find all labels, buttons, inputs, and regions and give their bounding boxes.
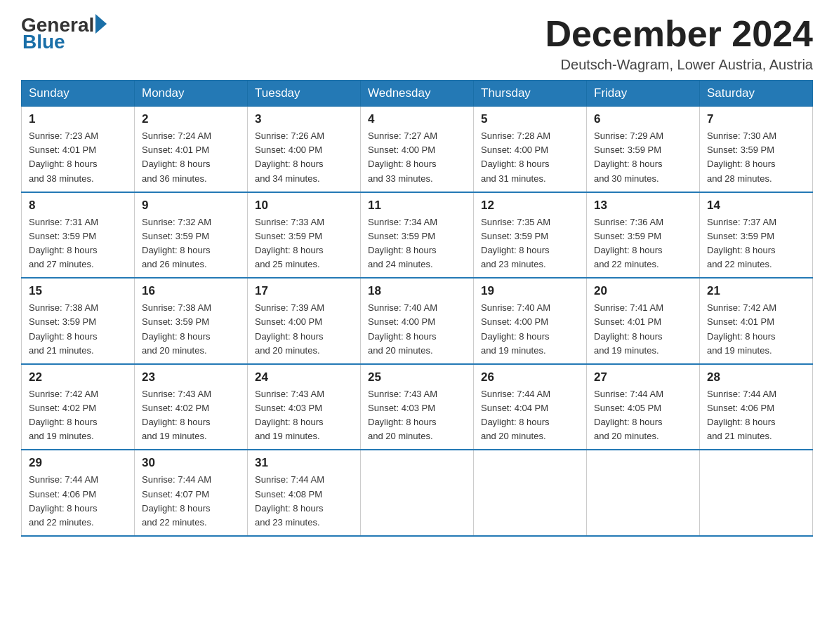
day-number: 2 <box>142 112 240 126</box>
day-number: 14 <box>707 199 805 213</box>
day-number: 12 <box>481 199 579 213</box>
day-number: 23 <box>142 370 240 384</box>
day-info: Sunrise: 7:26 AMSunset: 4:00 PMDaylight:… <box>255 129 353 186</box>
day-cell: 16Sunrise: 7:38 AMSunset: 3:59 PMDayligh… <box>135 278 248 364</box>
day-cell: 19Sunrise: 7:40 AMSunset: 4:00 PMDayligh… <box>474 278 587 364</box>
day-cell: 27Sunrise: 7:44 AMSunset: 4:05 PMDayligh… <box>587 364 700 450</box>
day-cell: 17Sunrise: 7:39 AMSunset: 4:00 PMDayligh… <box>248 278 361 364</box>
day-number: 16 <box>142 284 240 298</box>
day-number: 1 <box>29 112 127 126</box>
day-number: 27 <box>594 370 692 384</box>
day-number: 26 <box>481 370 579 384</box>
day-cell: 29Sunrise: 7:44 AMSunset: 4:06 PMDayligh… <box>22 450 135 536</box>
day-info: Sunrise: 7:43 AMSunset: 4:03 PMDaylight:… <box>368 387 466 444</box>
day-info: Sunrise: 7:43 AMSunset: 4:02 PMDaylight:… <box>142 387 240 444</box>
day-info: Sunrise: 7:40 AMSunset: 4:00 PMDaylight:… <box>481 301 579 358</box>
day-number: 20 <box>594 284 692 298</box>
weekday-header-friday: Friday <box>587 81 700 107</box>
day-cell: 5Sunrise: 7:28 AMSunset: 4:00 PMDaylight… <box>474 107 587 192</box>
day-info: Sunrise: 7:31 AMSunset: 3:59 PMDaylight:… <box>29 215 127 272</box>
day-cell: 18Sunrise: 7:40 AMSunset: 4:00 PMDayligh… <box>361 278 474 364</box>
day-cell: 11Sunrise: 7:34 AMSunset: 3:59 PMDayligh… <box>361 192 474 279</box>
day-info: Sunrise: 7:33 AMSunset: 3:59 PMDaylight:… <box>255 215 353 272</box>
day-number: 28 <box>707 370 805 384</box>
week-row-2: 8Sunrise: 7:31 AMSunset: 3:59 PMDaylight… <box>22 192 813 279</box>
day-cell: 25Sunrise: 7:43 AMSunset: 4:03 PMDayligh… <box>361 364 474 450</box>
day-number: 24 <box>255 370 353 384</box>
day-cell: 13Sunrise: 7:36 AMSunset: 3:59 PMDayligh… <box>587 192 700 279</box>
day-cell: 12Sunrise: 7:35 AMSunset: 3:59 PMDayligh… <box>474 192 587 279</box>
day-info: Sunrise: 7:32 AMSunset: 3:59 PMDaylight:… <box>142 215 240 272</box>
day-info: Sunrise: 7:38 AMSunset: 3:59 PMDaylight:… <box>142 301 240 358</box>
day-number: 11 <box>368 199 466 213</box>
weekday-header-row: SundayMondayTuesdayWednesdayThursdayFrid… <box>22 81 813 107</box>
day-cell: 7Sunrise: 7:30 AMSunset: 3:59 PMDaylight… <box>700 107 813 192</box>
day-cell <box>474 450 587 536</box>
day-info: Sunrise: 7:42 AMSunset: 4:01 PMDaylight:… <box>707 301 805 358</box>
day-info: Sunrise: 7:24 AMSunset: 4:01 PMDaylight:… <box>142 129 240 186</box>
day-cell: 24Sunrise: 7:43 AMSunset: 4:03 PMDayligh… <box>248 364 361 450</box>
week-row-5: 29Sunrise: 7:44 AMSunset: 4:06 PMDayligh… <box>22 450 813 536</box>
day-cell: 6Sunrise: 7:29 AMSunset: 3:59 PMDaylight… <box>587 107 700 192</box>
day-number: 17 <box>255 284 353 298</box>
location-title: Deutsch-Wagram, Lower Austria, Austria <box>545 57 813 73</box>
day-info: Sunrise: 7:27 AMSunset: 4:00 PMDaylight:… <box>368 129 466 186</box>
weekday-header-sunday: Sunday <box>22 81 135 107</box>
day-cell <box>361 450 474 536</box>
weekday-header-monday: Monday <box>135 81 248 107</box>
week-row-3: 15Sunrise: 7:38 AMSunset: 3:59 PMDayligh… <box>22 278 813 364</box>
day-number: 21 <box>707 284 805 298</box>
day-info: Sunrise: 7:23 AMSunset: 4:01 PMDaylight:… <box>29 129 127 186</box>
week-row-4: 22Sunrise: 7:42 AMSunset: 4:02 PMDayligh… <box>22 364 813 450</box>
day-info: Sunrise: 7:28 AMSunset: 4:00 PMDaylight:… <box>481 129 579 186</box>
day-info: Sunrise: 7:44 AMSunset: 4:04 PMDaylight:… <box>481 387 579 444</box>
day-info: Sunrise: 7:34 AMSunset: 3:59 PMDaylight:… <box>368 215 466 272</box>
day-cell: 14Sunrise: 7:37 AMSunset: 3:59 PMDayligh… <box>700 192 813 279</box>
week-row-1: 1Sunrise: 7:23 AMSunset: 4:01 PMDaylight… <box>22 107 813 192</box>
day-info: Sunrise: 7:39 AMSunset: 4:00 PMDaylight:… <box>255 301 353 358</box>
day-cell: 9Sunrise: 7:32 AMSunset: 3:59 PMDaylight… <box>135 192 248 279</box>
day-info: Sunrise: 7:40 AMSunset: 4:00 PMDaylight:… <box>368 301 466 358</box>
day-info: Sunrise: 7:44 AMSunset: 4:07 PMDaylight:… <box>142 473 240 530</box>
day-cell <box>700 450 813 536</box>
day-cell: 10Sunrise: 7:33 AMSunset: 3:59 PMDayligh… <box>248 192 361 279</box>
day-info: Sunrise: 7:38 AMSunset: 3:59 PMDaylight:… <box>29 301 127 358</box>
day-cell: 3Sunrise: 7:26 AMSunset: 4:00 PMDaylight… <box>248 107 361 192</box>
day-cell: 30Sunrise: 7:44 AMSunset: 4:07 PMDayligh… <box>135 450 248 536</box>
day-cell: 26Sunrise: 7:44 AMSunset: 4:04 PMDayligh… <box>474 364 587 450</box>
day-info: Sunrise: 7:44 AMSunset: 4:06 PMDaylight:… <box>29 473 127 530</box>
day-info: Sunrise: 7:37 AMSunset: 3:59 PMDaylight:… <box>707 215 805 272</box>
day-cell: 1Sunrise: 7:23 AMSunset: 4:01 PMDaylight… <box>22 107 135 192</box>
day-info: Sunrise: 7:44 AMSunset: 4:06 PMDaylight:… <box>707 387 805 444</box>
day-cell: 31Sunrise: 7:44 AMSunset: 4:08 PMDayligh… <box>248 450 361 536</box>
header: General Blue December 2024 Deutsch-Wagra… <box>21 14 813 73</box>
day-number: 29 <box>29 456 127 470</box>
day-number: 6 <box>594 112 692 126</box>
day-number: 18 <box>368 284 466 298</box>
day-number: 13 <box>594 199 692 213</box>
day-number: 5 <box>481 112 579 126</box>
day-info: Sunrise: 7:44 AMSunset: 4:05 PMDaylight:… <box>594 387 692 444</box>
day-info: Sunrise: 7:41 AMSunset: 4:01 PMDaylight:… <box>594 301 692 358</box>
day-cell: 2Sunrise: 7:24 AMSunset: 4:01 PMDaylight… <box>135 107 248 192</box>
day-cell: 23Sunrise: 7:43 AMSunset: 4:02 PMDayligh… <box>135 364 248 450</box>
calendar-table: SundayMondayTuesdayWednesdayThursdayFrid… <box>21 80 813 537</box>
day-info: Sunrise: 7:30 AMSunset: 3:59 PMDaylight:… <box>707 129 805 186</box>
weekday-header-tuesday: Tuesday <box>248 81 361 107</box>
day-info: Sunrise: 7:29 AMSunset: 3:59 PMDaylight:… <box>594 129 692 186</box>
weekday-header-thursday: Thursday <box>474 81 587 107</box>
logo: General Blue <box>21 14 107 53</box>
day-number: 3 <box>255 112 353 126</box>
day-cell: 4Sunrise: 7:27 AMSunset: 4:00 PMDaylight… <box>361 107 474 192</box>
day-number: 25 <box>368 370 466 384</box>
day-number: 15 <box>29 284 127 298</box>
day-info: Sunrise: 7:44 AMSunset: 4:08 PMDaylight:… <box>255 473 353 530</box>
day-number: 7 <box>707 112 805 126</box>
day-cell: 21Sunrise: 7:42 AMSunset: 4:01 PMDayligh… <box>700 278 813 364</box>
day-cell: 15Sunrise: 7:38 AMSunset: 3:59 PMDayligh… <box>22 278 135 364</box>
day-cell: 28Sunrise: 7:44 AMSunset: 4:06 PMDayligh… <box>700 364 813 450</box>
day-number: 30 <box>142 456 240 470</box>
day-info: Sunrise: 7:43 AMSunset: 4:03 PMDaylight:… <box>255 387 353 444</box>
title-area: December 2024 Deutsch-Wagram, Lower Aust… <box>545 14 813 73</box>
day-number: 4 <box>368 112 466 126</box>
